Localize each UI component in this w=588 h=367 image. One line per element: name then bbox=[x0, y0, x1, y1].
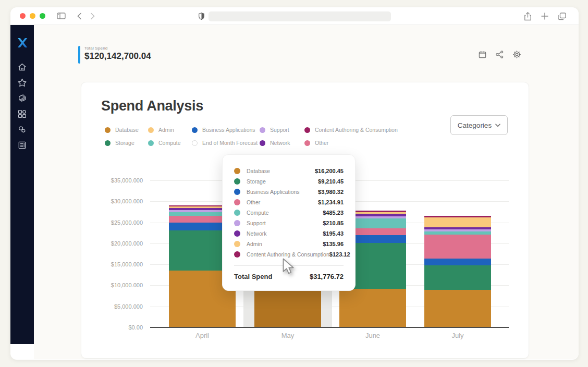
sidebar-toggle-icon[interactable] bbox=[57, 13, 66, 19]
legend-dot bbox=[304, 140, 310, 146]
back-button[interactable] bbox=[77, 13, 82, 20]
bar-segment-compute[interactable] bbox=[424, 231, 491, 235]
address-bar[interactable] bbox=[209, 11, 391, 21]
bar-segment-database[interactable] bbox=[339, 289, 406, 327]
tooltip-row: Business Applications$3,980.32 bbox=[234, 187, 344, 197]
tab-overview-icon[interactable] bbox=[558, 13, 566, 20]
privacy-shield-icon[interactable] bbox=[199, 13, 204, 20]
tooltip-category-value: $123.12 bbox=[329, 251, 350, 258]
tooltip-dot bbox=[234, 178, 240, 185]
legend-label: Compute bbox=[158, 140, 181, 146]
tooltip-dot bbox=[234, 220, 240, 226]
legend-item[interactable]: Business Applications bbox=[192, 127, 260, 133]
tooltip-dot bbox=[234, 251, 240, 258]
legend-label: End of Month Forecast bbox=[202, 140, 258, 146]
legend-label: Content Authoring & Consumption bbox=[315, 127, 398, 133]
legend-dot bbox=[105, 140, 111, 146]
tooltip-total-label: Total Spend bbox=[234, 273, 272, 280]
total-spend-label: Total Spend bbox=[84, 46, 151, 51]
share-nodes-icon[interactable] bbox=[495, 50, 504, 59]
sidebar-item-reports[interactable] bbox=[17, 139, 28, 151]
x-tick-label: June bbox=[365, 332, 380, 339]
tooltip-total-value: $31,776.72 bbox=[310, 273, 344, 280]
legend-item[interactable]: Other bbox=[304, 140, 328, 146]
tooltip-row: Database$16,200.45 bbox=[234, 166, 344, 176]
share-icon[interactable] bbox=[524, 12, 532, 21]
legend-dot bbox=[105, 127, 111, 133]
gear-icon[interactable] bbox=[512, 50, 521, 59]
tooltip-category-value: $16,200.45 bbox=[315, 168, 344, 174]
categories-dropdown-label: Categories bbox=[458, 121, 492, 129]
legend-item[interactable]: End of Month Forecast bbox=[192, 140, 260, 146]
legend-label: Business Applications bbox=[202, 127, 255, 133]
tooltip-category-label: Other bbox=[247, 199, 318, 205]
close-window-button[interactable] bbox=[20, 13, 26, 19]
x-axis-line bbox=[150, 327, 509, 328]
tooltip-category-value: $210.85 bbox=[323, 220, 344, 226]
legend-label: Admin bbox=[158, 127, 174, 133]
browser-window: Total Spend $120,142,700.04 bbox=[10, 7, 579, 360]
tooltip-category-label: Content Authoring & Consumption bbox=[247, 251, 329, 258]
bar-segment-storage[interactable] bbox=[424, 265, 491, 290]
tooltip-row: Support$210.85 bbox=[234, 218, 344, 228]
y-axis-labels: $0.00$5,000.000$10,000.000$15,000.000$20… bbox=[81, 180, 143, 327]
y-tick-label: $15,000.000 bbox=[111, 261, 143, 267]
chevron-down-icon bbox=[495, 124, 500, 127]
legend-item[interactable]: Storage bbox=[105, 140, 148, 146]
y-tick-label: $20,000.000 bbox=[111, 240, 143, 247]
tooltip-dot bbox=[234, 230, 240, 237]
minimize-window-button[interactable] bbox=[30, 13, 35, 19]
x-tick-label: April bbox=[195, 332, 209, 339]
legend-label: Other bbox=[315, 140, 328, 146]
window-controls bbox=[20, 13, 45, 19]
bar-segment-other[interactable] bbox=[424, 235, 491, 259]
tooltip-category-label: Support bbox=[247, 220, 323, 226]
y-tick-label: $5,000.000 bbox=[114, 303, 143, 310]
browser-toolbar bbox=[10, 7, 579, 25]
forward-button[interactable] bbox=[90, 13, 95, 20]
legend-item[interactable]: Admin bbox=[148, 127, 192, 133]
calendar-icon[interactable] bbox=[478, 50, 487, 59]
tooltip-category-label: Compute bbox=[247, 210, 323, 216]
legend-label: Network bbox=[270, 140, 290, 146]
spend-analysis-card: Spend Analysis Categories DatabaseAdminB… bbox=[81, 82, 529, 359]
page-title: Spend Analysis bbox=[101, 98, 203, 114]
legend-dot bbox=[260, 127, 265, 133]
sidebar-item-layers[interactable] bbox=[17, 92, 28, 104]
legend-item[interactable]: Compute bbox=[148, 140, 192, 146]
tooltip-dot bbox=[234, 189, 240, 195]
sidebar-item-apps[interactable] bbox=[17, 108, 28, 119]
bar-segment-database[interactable] bbox=[424, 290, 491, 327]
bar-segment-admin[interactable] bbox=[424, 217, 491, 227]
legend-dot bbox=[148, 127, 154, 133]
tooltip-category-value: $135.96 bbox=[323, 241, 344, 247]
legend-label: Storage bbox=[115, 140, 134, 146]
sidebar-item-connections[interactable] bbox=[17, 124, 28, 135]
legend-label: Support bbox=[270, 127, 289, 133]
tooltip-category-value: $9,210.45 bbox=[318, 178, 344, 185]
legend-item[interactable]: Network bbox=[260, 140, 304, 146]
bar-segment-business-applications[interactable] bbox=[424, 259, 491, 265]
tooltip-row: Admin$135.96 bbox=[234, 239, 344, 249]
categories-dropdown[interactable]: Categories bbox=[450, 115, 508, 135]
bar-segment-support[interactable] bbox=[424, 229, 491, 231]
legend-item[interactable]: Database bbox=[105, 127, 148, 133]
sidebar-item-favorites[interactable] bbox=[17, 77, 28, 88]
bar-segment-content-authoring-consumption[interactable] bbox=[424, 216, 491, 218]
chart-legend: DatabaseAdminBusiness ApplicationsSuppor… bbox=[105, 127, 398, 153]
legend-item[interactable]: Support bbox=[260, 127, 304, 133]
tooltip-category-label: Network bbox=[247, 230, 323, 237]
new-tab-icon[interactable] bbox=[541, 13, 548, 20]
total-spend-kpi: Total Spend $120,142,700.04 bbox=[78, 46, 151, 64]
sidebar-item-home[interactable] bbox=[17, 61, 28, 72]
bar-july[interactable] bbox=[424, 216, 491, 327]
tooltip-dot bbox=[234, 168, 240, 174]
tooltip-row: Storage$9,210.45 bbox=[234, 176, 344, 187]
tooltip-category-value: $195.43 bbox=[323, 230, 344, 237]
tooltip-category-label: Database bbox=[247, 168, 315, 174]
app-logo-x[interactable] bbox=[16, 36, 29, 50]
zoom-window-button[interactable] bbox=[40, 13, 45, 19]
bar-segment-network[interactable] bbox=[424, 227, 491, 229]
tooltip-row: Network$195.43 bbox=[234, 228, 344, 239]
legend-item[interactable]: Content Authoring & Consumption bbox=[304, 127, 398, 133]
